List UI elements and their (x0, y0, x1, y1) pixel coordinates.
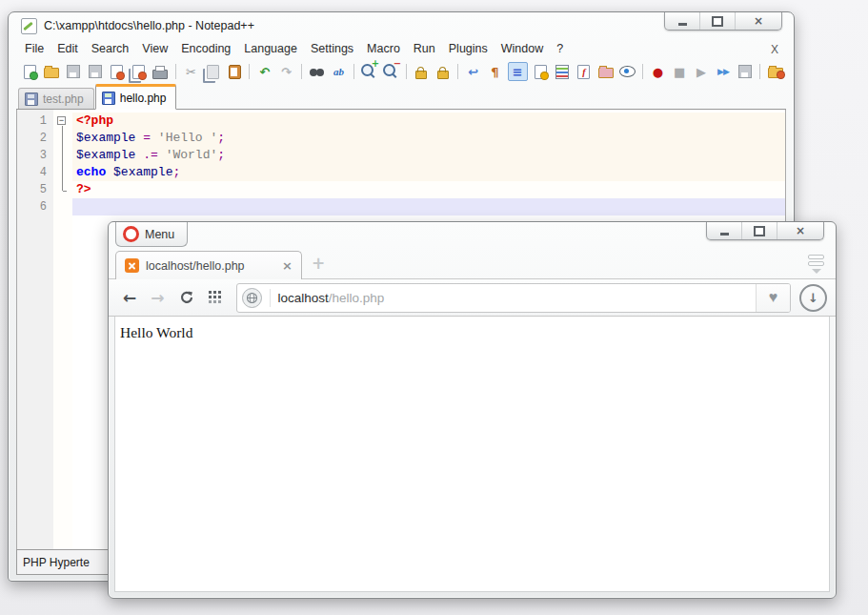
zoom-in-icon[interactable]: + (360, 63, 378, 80)
redo-icon[interactable]: ↷ (277, 63, 295, 80)
monitoring-eye-icon[interactable] (618, 63, 636, 80)
menubar-close-button[interactable]: X (771, 43, 786, 56)
reload-button[interactable] (179, 290, 194, 305)
site-info-icon[interactable] (242, 288, 262, 308)
code-token: = (143, 131, 151, 145)
open-file-icon[interactable] (43, 63, 61, 80)
function-list-icon[interactable]: f (575, 63, 593, 80)
open-file-icon-glyph (44, 68, 59, 78)
maximize-button[interactable] (699, 12, 735, 30)
undo-icon[interactable]: ↶ (255, 63, 273, 80)
fold-marker (53, 198, 72, 215)
line-number: 3 (17, 147, 53, 164)
menubar-item-encoding[interactable]: Encoding (174, 39, 237, 59)
document-tab-hello-php[interactable]: hello.php (95, 84, 177, 110)
document-tab-test-php[interactable]: test.php (18, 88, 94, 109)
fold-marker[interactable]: − (53, 113, 72, 130)
new-tab-button[interactable]: + (312, 256, 325, 272)
zoom-in-icon-glyph: + (361, 64, 373, 76)
speed-dial-icon[interactable] (209, 291, 222, 304)
misc-folder-icon[interactable] (766, 63, 784, 80)
maximize-button[interactable] (741, 222, 777, 239)
macro-record-icon[interactable]: ● (649, 63, 667, 80)
browser-tab[interactable]: localhost/hello.php × (115, 251, 302, 279)
forward-button[interactable]: → (151, 290, 164, 306)
close-all-icon[interactable] (130, 63, 148, 80)
fold-collapse-icon[interactable]: − (57, 116, 66, 125)
cut-icon-glyph: ✂ (186, 66, 196, 78)
macro-run-multiple-icon[interactable]: ▶▶ (714, 63, 732, 80)
opera-menu-button[interactable]: Menu (115, 222, 188, 247)
menubar-item-plugins[interactable]: Plugins (442, 39, 495, 59)
grid-dots (209, 291, 212, 294)
word-wrap-icon[interactable]: ↩ (464, 63, 482, 80)
line-number: 4 (17, 164, 53, 181)
macro-play-icon[interactable]: ▶ (693, 63, 711, 80)
indent-guide-icon[interactable]: ≡ (508, 62, 528, 81)
folder-as-workspace-icon[interactable] (596, 63, 615, 80)
menubar-item-help[interactable]: ? (550, 39, 570, 59)
browser-toolbar: ← → localhost/hello.php (109, 278, 836, 317)
sync-horizontal-scroll-icon[interactable] (434, 63, 452, 80)
sync-vertical-scroll-icon[interactable] (413, 63, 431, 80)
replace-icon[interactable]: ab (330, 63, 348, 80)
saved-file-icon (25, 92, 38, 106)
notepadpp-title-bar[interactable]: C:\xampp\htdocs\hello.php - Notepad++ × (9, 12, 794, 39)
download-button[interactable]: ↓ (799, 284, 827, 312)
sync-horizontal-scroll-icon-glyph (437, 71, 449, 79)
code-line[interactable]: $example = 'Hello '; (72, 130, 785, 147)
minimize-button[interactable] (707, 222, 741, 239)
print-icon[interactable] (151, 63, 170, 80)
bookmark-heart-icon[interactable]: ♥ (756, 284, 790, 312)
menubar-item-run[interactable]: Run (407, 39, 442, 59)
tab-menu-icon[interactable] (808, 255, 824, 274)
opera-title-bar[interactable]: Menu × (109, 222, 836, 249)
code-token: <?php (76, 113, 113, 128)
opera-menu-label: Menu (145, 228, 174, 241)
close-all-icon-glyph (132, 65, 145, 79)
show-all-characters-icon[interactable]: ¶ (486, 63, 504, 80)
menubar-item-search[interactable]: Search (85, 39, 136, 59)
document-tab-bar: test.phphello.php (16, 84, 786, 110)
menubar-item-edit[interactable]: Edit (50, 39, 85, 59)
window-controls: × (706, 222, 824, 240)
paste-icon[interactable] (226, 63, 244, 80)
menubar-item-file[interactable]: File (18, 39, 50, 59)
new-file-icon[interactable] (21, 63, 39, 80)
macro-run-multiple-icon-glyph: ▶▶ (717, 68, 729, 76)
code-line[interactable] (72, 198, 785, 215)
menubar-item-settings[interactable]: Settings (304, 39, 360, 59)
user-defined-dialog-icon-glyph (535, 65, 547, 79)
menubar-item-view[interactable]: View (135, 39, 174, 59)
document-map-icon[interactable] (554, 63, 572, 80)
menubar-item-language[interactable]: Language (237, 39, 304, 59)
close-icon: × (754, 15, 763, 27)
url-host: localhost (278, 291, 329, 305)
save-all-icon[interactable] (87, 63, 105, 80)
code-line[interactable]: $example .= 'World'; (72, 147, 785, 164)
tab-menu-bar (808, 261, 824, 266)
macro-save-icon[interactable] (736, 63, 754, 80)
zoom-out-icon[interactable]: − (382, 63, 400, 80)
code-line[interactable]: echo $example; (72, 164, 785, 181)
back-button[interactable]: ← (123, 290, 136, 306)
code-line[interactable]: <?php (72, 113, 785, 130)
cut-icon[interactable]: ✂ (182, 63, 200, 80)
menubar-item-window[interactable]: Window (495, 39, 550, 59)
macro-stop-icon[interactable]: ■ (671, 63, 689, 80)
macro-record-icon-glyph: ● (653, 66, 663, 78)
opera-logo-icon (123, 226, 139, 242)
minimize-button[interactable] (665, 12, 699, 30)
user-defined-dialog-icon[interactable] (532, 63, 550, 80)
menubar-item-macro[interactable]: Macro (360, 39, 407, 59)
code-line[interactable]: ?> (72, 181, 785, 198)
address-bar[interactable]: localhost/hello.php ♥ (236, 283, 792, 313)
close-button[interactable]: × (735, 12, 781, 30)
find-icon[interactable] (308, 63, 326, 80)
tab-close-button[interactable]: × (282, 259, 293, 272)
copy-icon[interactable] (204, 63, 222, 80)
notepadpp-app-icon (21, 18, 37, 34)
close-file-icon[interactable] (108, 63, 126, 80)
save-icon[interactable] (65, 63, 83, 80)
close-button[interactable]: × (777, 222, 823, 239)
